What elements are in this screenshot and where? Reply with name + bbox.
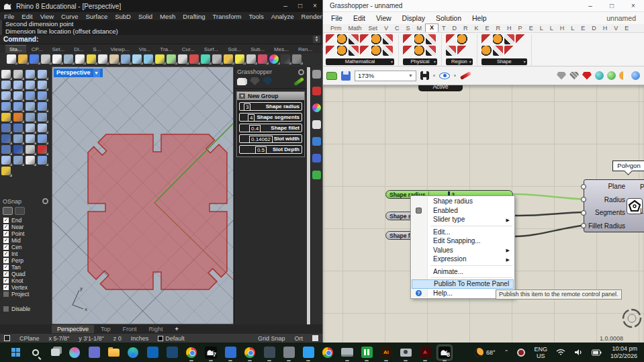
lock-icon[interactable]: [246, 54, 256, 64]
canvas-compass-widget[interactable]: [621, 308, 643, 329]
preview-eye-icon[interactable]: [439, 73, 450, 79]
boolean-star-icon[interactable]: [1, 113, 11, 122]
viewport-dropdown-icon[interactable]: ▼: [93, 69, 100, 77]
osnap-tab-snaps[interactable]: [3, 207, 13, 215]
flow-icon[interactable]: [38, 156, 47, 165]
search-icon[interactable]: [28, 345, 43, 360]
render-sphere-icon[interactable]: [281, 54, 290, 64]
ribbon-tab-c-4[interactable]: C: [392, 25, 403, 32]
new-file-icon[interactable]: [7, 54, 16, 64]
menu-render[interactable]: Render: [302, 13, 322, 20]
blend-icon[interactable]: [1, 124, 11, 132]
pane-toggle-icon[interactable]: [4, 335, 10, 341]
display-sphere-green-icon[interactable]: [607, 71, 616, 80]
open-document-icon[interactable]: [326, 72, 337, 80]
component-icon[interactable]: [493, 34, 503, 44]
menu-item-edit[interactable]: Edit...: [412, 228, 514, 237]
toolbar-tab[interactable]: Mes...: [270, 46, 293, 53]
command-history-spinner[interactable]: ▲▼: [313, 36, 320, 43]
snipping-tool-icon[interactable]: [262, 345, 277, 360]
menu-solid[interactable]: Solid: [138, 13, 152, 20]
ribbon-tab-r-10[interactable]: R: [460, 25, 471, 32]
component-icon[interactable]: [371, 34, 381, 44]
text-tool-icon[interactable]: [1, 134, 11, 143]
ribbon-tab-l-20[interactable]: L: [567, 25, 578, 32]
ribbon-tab-s-5[interactable]: S: [403, 25, 414, 32]
osnap-perp[interactable]: ✓Perp: [0, 257, 51, 264]
ribbon-tab-h-19[interactable]: H: [557, 25, 568, 32]
green-app-icon[interactable]: [359, 345, 374, 360]
ribbon-tab-l-17[interactable]: L: [537, 25, 547, 32]
ribbon-tab-set-2[interactable]: Set: [365, 25, 381, 32]
zoom-selected-icon[interactable]: [155, 54, 165, 64]
component-icon[interactable]: [426, 34, 436, 44]
gem-red-icon[interactable]: [263, 77, 273, 85]
color-wheel-icon[interactable]: [312, 103, 321, 112]
lasso-icon[interactable]: [1, 167, 11, 175]
component-icon[interactable]: [516, 34, 526, 44]
point-icon[interactable]: [13, 70, 23, 79]
viewport-tab-perspective[interactable]: Perspective: [52, 325, 94, 333]
outlook-icon[interactable]: [145, 345, 160, 360]
split-icon[interactable]: [38, 113, 47, 122]
battery-icon[interactable]: [592, 349, 602, 356]
menu-view[interactable]: View: [40, 13, 54, 20]
component-icon[interactable]: [360, 34, 370, 44]
toolbar-tab[interactable]: Di...: [70, 46, 87, 53]
ribbon-tab-h-14[interactable]: H: [504, 25, 515, 32]
ribbon-tab-d-22[interactable]: D: [588, 25, 600, 32]
gh-menu-edit[interactable]: Edit: [353, 14, 365, 22]
layer-wedge-icon[interactable]: [258, 54, 267, 64]
edge-icon[interactable]: [126, 345, 140, 360]
ribbon-tab-e-12[interactable]: E: [482, 25, 493, 32]
ribbon-tab-e-16[interactable]: E: [526, 25, 537, 32]
input-port[interactable]: [581, 197, 586, 202]
component-icon[interactable]: [360, 46, 370, 56]
component-icon[interactable]: [337, 46, 347, 56]
remote-slider-slot-depth[interactable]: 0.5Slot Depth: [239, 145, 302, 154]
close-button[interactable]: ×: [308, 0, 322, 12]
osnap-tab-filters[interactable]: [15, 207, 25, 215]
ribbon-tab-r-13[interactable]: R: [493, 25, 504, 32]
osnap-gear-icon[interactable]: [42, 198, 48, 204]
status-grid-snap[interactable]: Grid Snap: [258, 335, 285, 342]
input-port[interactable]: [581, 210, 586, 216]
dimension-icon[interactable]: [38, 145, 47, 154]
gear-icon[interactable]: [312, 70, 321, 79]
checkbox[interactable]: ✓: [3, 278, 9, 283]
component-icon[interactable]: [326, 34, 336, 44]
pan-icon[interactable]: [109, 54, 119, 64]
viewport-tab-add[interactable]: +: [170, 325, 184, 333]
toolbar-tab[interactable]: Cur...: [178, 46, 199, 53]
sketch-tool-icon[interactable]: [460, 71, 471, 80]
copy-icon[interactable]: [75, 54, 85, 64]
web-panel-icon[interactable]: [312, 137, 321, 146]
menu-item-enabled[interactable]: Enabled: [412, 206, 514, 216]
component-icon[interactable]: [383, 34, 393, 44]
osnap-cen[interactable]: ✓Cen: [0, 244, 51, 251]
extrude-icon[interactable]: [38, 102, 47, 111]
component-icon[interactable]: [457, 34, 467, 44]
osnap-vertex[interactable]: ✓Vertex: [0, 284, 51, 291]
array-grid-icon[interactable]: [26, 145, 35, 154]
toolbar-tab[interactable]: S...: [89, 46, 105, 53]
grasshopper-panel-icon[interactable]: [312, 171, 321, 179]
zoom-extents-icon[interactable]: [420, 71, 429, 80]
box-icon[interactable]: [1, 102, 11, 111]
calculator-icon[interactable]: [165, 345, 179, 360]
viewport-layout-icon[interactable]: [178, 54, 187, 64]
polygon-output-l[interactable]: L: [640, 208, 644, 215]
drag-icon[interactable]: [1, 156, 11, 165]
volume-icon[interactable]: [574, 349, 583, 356]
polygon-input-fillet-radius[interactable]: Fillet Radius: [584, 220, 644, 233]
file-explorer-icon[interactable]: [106, 345, 121, 360]
menu-item-publish-to-remote-panel[interactable]: Publish To Remote Panel: [412, 279, 514, 289]
analyze-surface-icon[interactable]: [201, 54, 210, 64]
chrome-dev-icon[interactable]: [242, 345, 257, 360]
curve-handles-icon[interactable]: [38, 70, 47, 79]
slider-value[interactable]: 0.5: [255, 146, 267, 154]
zoom-extents-icon[interactable]: [167, 54, 176, 64]
ribbon-tab-x-7[interactable]: X: [425, 24, 439, 32]
acrobat-icon[interactable]: A: [418, 345, 432, 360]
copilot-icon[interactable]: [67, 345, 82, 360]
